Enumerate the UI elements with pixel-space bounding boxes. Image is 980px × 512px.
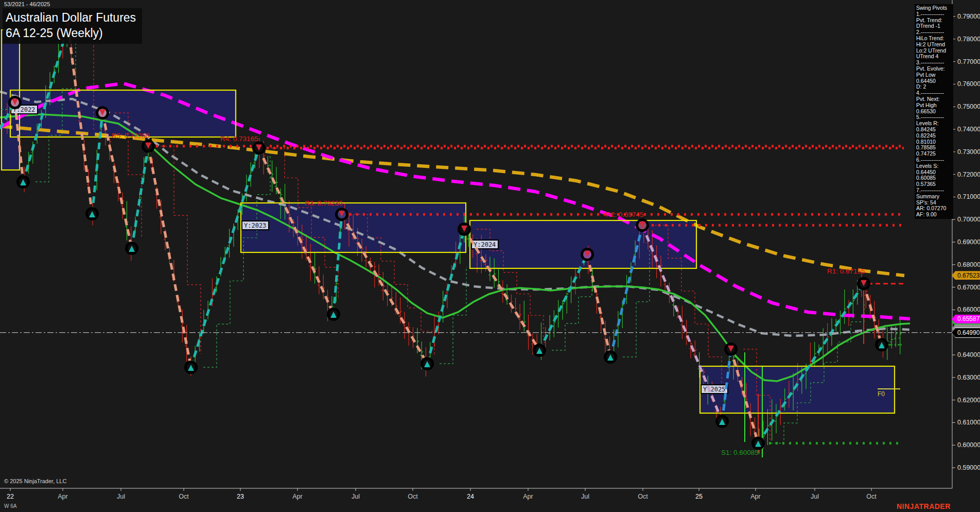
price-axis-label: 0.72000 bbox=[957, 171, 980, 178]
time-axis-label: Oct bbox=[638, 493, 648, 500]
swing-pivot-marker-H2 bbox=[8, 96, 22, 109]
time-axis-label: Oct bbox=[179, 493, 189, 500]
time-axis-label: 22 bbox=[7, 493, 14, 500]
instrument-period-label: W 6A bbox=[4, 503, 16, 509]
price-bar bbox=[843, 289, 846, 324]
time-axis-label: Jul bbox=[811, 493, 819, 500]
date-range-label: 53/2021 - 46/2025 bbox=[4, 1, 50, 7]
time-axis-label: 25 bbox=[695, 493, 703, 500]
price-axis-label: 0.79000 bbox=[957, 13, 980, 20]
swing-pivot-marker-H11 bbox=[724, 343, 738, 356]
swing-panel-line: 0.84245 bbox=[916, 127, 953, 133]
price-axis-label: 0.65000 bbox=[957, 329, 980, 336]
level-label-R5: R5: 0.73250 bbox=[112, 132, 150, 140]
price-bar bbox=[249, 162, 252, 186]
price-bar bbox=[680, 305, 684, 339]
price-axis-label: 0.63000 bbox=[957, 374, 980, 381]
time-axis-label: Apr bbox=[292, 493, 302, 500]
price-chart-canvas[interactable]: Y:2022Y:2023Y:2024Y:2025R5: 0.73250R4: 0… bbox=[0, 0, 980, 512]
price-axis-label: 0.77000 bbox=[957, 58, 980, 65]
swing-panel-line: Summary bbox=[916, 194, 953, 200]
price-axis-label: 0.78000 bbox=[957, 36, 980, 43]
zigzag-segment bbox=[587, 254, 610, 357]
price-axis-label: 0.64000 bbox=[957, 351, 980, 359]
swing-pivot-marker-L1 bbox=[16, 175, 30, 189]
swing-pivot-marker-H5 bbox=[252, 142, 266, 155]
year-box-label: Y:2025 bbox=[701, 385, 728, 394]
time-axis-label: 24 bbox=[467, 493, 474, 500]
hilo-stairs-down bbox=[161, 146, 201, 354]
svg-text:Y:2023: Y:2023 bbox=[244, 222, 266, 229]
swing-pivot-marker-L4 bbox=[184, 361, 198, 374]
swing-pivot-marker-H9 bbox=[636, 218, 649, 232]
time-axis-label: Oct bbox=[408, 493, 418, 500]
swing-panel-line: AF: 9.00 bbox=[916, 212, 953, 218]
swing-pivot-marker-H8 bbox=[581, 248, 594, 261]
price-bar bbox=[407, 322, 410, 346]
swing-pivot-marker-L7 bbox=[533, 344, 546, 357]
swing-pivot-marker-H10 bbox=[857, 277, 870, 291]
price-bar bbox=[617, 311, 620, 348]
price-bar bbox=[403, 312, 406, 339]
svg-text:Y:2025: Y:2025 bbox=[703, 386, 725, 393]
level-label-R4: R4: 0.73165 bbox=[220, 135, 258, 143]
swing-pivot-marker-L9 bbox=[715, 415, 729, 428]
chart-title-instrument: Australian Dollar Futures bbox=[6, 10, 136, 25]
ninjatrader-logo: NINJATRADER bbox=[897, 502, 951, 510]
price-bar bbox=[437, 312, 440, 334]
level-label-R2: R2: 0.69745 bbox=[606, 211, 644, 218]
copyright-label: © 2025 NinjaTrader, LLC bbox=[4, 478, 66, 484]
chart-title-panel: Australian Dollar Futures 6A 12-25 (Week… bbox=[3, 8, 142, 44]
swing-pivot-marker-L2 bbox=[85, 207, 99, 220]
swing-panel-line: Hi:2 UTrend bbox=[916, 42, 953, 48]
swing-panel-line: Pvt Low bbox=[916, 72, 953, 78]
swing-panel-line: 7.------------- bbox=[916, 187, 953, 194]
swing-panel-line: Pvt High bbox=[916, 103, 953, 109]
price-bar bbox=[121, 193, 124, 219]
price-axis-label: 0.74000 bbox=[957, 126, 980, 133]
swing-pivot-marker-L8 bbox=[604, 350, 617, 364]
swing-pivot-marker-L10 bbox=[751, 436, 765, 450]
time-axis-label: Apr bbox=[523, 493, 533, 500]
chart-window: 53/2021 - 46/2025 Australian Dollar Futu… bbox=[0, 0, 980, 512]
f0-label: F0 bbox=[878, 390, 885, 398]
price-axis-label: 0.73000 bbox=[957, 148, 980, 156]
level-label-R1: R1: 0.67155 bbox=[827, 267, 865, 275]
level-label-R3: R3: 0.70230 bbox=[305, 199, 343, 207]
swing-pivot-marker-H6 bbox=[335, 208, 348, 221]
time-axis-label: Oct bbox=[866, 493, 877, 500]
swing-pivot-marker-L3 bbox=[125, 242, 138, 255]
swing-pivot-marker-H3 bbox=[96, 106, 109, 120]
chart-title-contract: 6A 12-25 (Weekly) bbox=[6, 25, 136, 41]
plot-area[interactable]: Y:2022Y:2023Y:2024Y:2025 bbox=[0, 19, 910, 457]
hilo-stairs-up bbox=[552, 270, 592, 350]
swing-panel-line: Levels S: bbox=[916, 163, 953, 169]
price-axis-label: 0.60000 bbox=[957, 441, 980, 449]
year-box-label: Y:2024 bbox=[471, 240, 498, 249]
swing-pivot-marker-H7 bbox=[458, 223, 471, 236]
price-axis-label: 0.71000 bbox=[957, 193, 980, 200]
price-bar bbox=[766, 409, 769, 445]
price-bar bbox=[604, 321, 607, 354]
price-axis-label: 0.75000 bbox=[957, 103, 980, 110]
year-box-label: Y:2023 bbox=[242, 221, 269, 230]
swing-pivot-marker-L11 bbox=[875, 338, 888, 351]
swing-panel-line: 0.82245 bbox=[916, 133, 953, 139]
time-axis-label: Jul bbox=[352, 493, 360, 500]
swing-panel-line: HiLo Trend: bbox=[916, 36, 953, 42]
price-axis-label: 0.66000 bbox=[957, 306, 980, 313]
price-axis-label: 0.59000 bbox=[957, 464, 980, 471]
swing-panel-line: 1.------------- bbox=[916, 11, 953, 18]
zigzag-segment bbox=[191, 148, 259, 367]
time-axis-label: 23 bbox=[237, 493, 244, 500]
price-axis-label: 0.69000 bbox=[957, 238, 980, 246]
time-axis-label: Jul bbox=[581, 493, 589, 500]
hilo-stairs-up bbox=[203, 151, 270, 367]
zigzag-segment bbox=[864, 284, 882, 345]
swing-panel-line: Pvt. Next: bbox=[916, 96, 953, 103]
zigzag-segment bbox=[148, 146, 191, 367]
price-axis-label: 0.76000 bbox=[957, 80, 980, 88]
price-bar bbox=[552, 310, 555, 337]
price-bar bbox=[501, 280, 504, 303]
price-bar bbox=[181, 310, 184, 343]
